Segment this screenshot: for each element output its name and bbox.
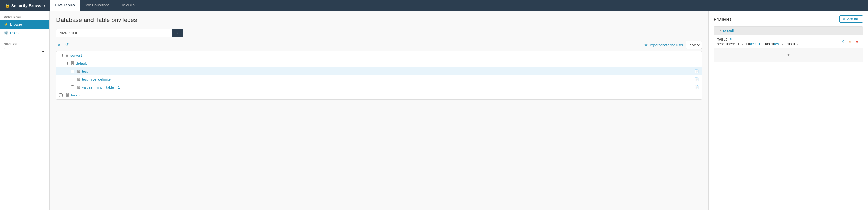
impersonate-label: Impersonate the user	[649, 43, 683, 47]
sidebar-item-browse[interactable]: ⚡ Browse	[0, 20, 49, 29]
toolbar-left: ✳ ↺	[56, 42, 70, 48]
group-dropdown[interactable]	[4, 48, 45, 55]
server-icon: ⊟	[65, 53, 69, 58]
panel-title: Privileges	[714, 17, 732, 22]
tab-file-acls[interactable]: File ACLs	[115, 0, 140, 11]
test-hive-delimiter-label[interactable]: test_hive_delimiter	[82, 77, 693, 81]
checkbox-test[interactable]	[71, 70, 74, 73]
top-nav: 🔒 Security Browser Hive Tables Solr Coll…	[0, 0, 868, 11]
role-header-testall[interactable]: 🛡 testall	[714, 27, 863, 35]
priv-delete-button[interactable]: ✕	[855, 39, 860, 44]
sidebar-divider	[0, 39, 49, 39]
privilege-actions: ✈ ✏ ✕	[841, 39, 860, 44]
checkbox-fayson[interactable]	[59, 94, 63, 97]
add-privilege-button[interactable]: +	[786, 51, 791, 59]
toolbar-row: ✳ ↺ 👁 Impersonate the user hive	[56, 41, 702, 49]
table-icon: ⊞	[77, 85, 80, 89]
external-link-icon: ↗	[176, 31, 179, 35]
refresh-icon: ↺	[65, 43, 69, 47]
table-row: ⊞ test 📄	[56, 67, 702, 75]
tab-solr-collections[interactable]: Solr Collections	[80, 0, 115, 11]
table-row: ⊟ server1	[56, 51, 702, 59]
privilege-type-label: TABLE	[717, 38, 727, 41]
table-row: ⊞ values__tmp__table__1 📄	[56, 83, 702, 91]
nav-tabs: Hive Tables Solr Collections File ACLs	[50, 0, 140, 11]
role-item-testall: 🛡 testall TABLE ↗ server=server1 → db=de…	[714, 26, 863, 62]
toolbar-right: 👁 Impersonate the user hive	[644, 41, 702, 49]
file-action-hive-delimiter[interactable]: 📄	[694, 77, 699, 81]
db-icon-fayson: 🗄	[65, 93, 69, 97]
impersonate-link[interactable]: 👁 Impersonate the user	[644, 43, 683, 47]
priv-detail-text2: → table=	[760, 42, 774, 46]
group-dropdown-wrapper	[0, 47, 49, 56]
privilege-type-link[interactable]: ↗	[729, 38, 732, 41]
tab-hive-tables[interactable]: Hive Tables	[50, 0, 80, 11]
groups-section-label: GROUPS	[0, 41, 49, 47]
browse-icon: ⚡	[4, 22, 8, 26]
privilege-row: TABLE ↗ server=server1 → db=default → ta…	[714, 35, 863, 48]
hive-select[interactable]: hive	[688, 43, 701, 47]
role-name-testall: testall	[723, 29, 734, 33]
page-title: Database and Table privileges	[56, 16, 702, 24]
test-label[interactable]: test	[82, 69, 693, 73]
priv-detail-test: test	[774, 42, 779, 46]
table-row: ⊞ test_hive_delimiter 📄	[56, 75, 702, 83]
search-input[interactable]	[56, 29, 172, 37]
brand: 🔒 Security Browser	[0, 0, 50, 11]
fayson-label[interactable]: fayson	[71, 93, 699, 97]
search-row: ↗	[56, 29, 702, 37]
add-role-button[interactable]: ⊕ Add role	[839, 15, 863, 23]
main-layout: PRIVILEGES ⚡ Browse ⚙️ Roles GROUPS Data…	[0, 11, 868, 210]
privilege-type: TABLE ↗	[717, 38, 841, 41]
table-row: 🗄 fayson	[56, 91, 702, 99]
server1-label[interactable]: server1	[70, 53, 699, 58]
hive-select-wrapper: hive	[686, 41, 702, 49]
priv-send-button[interactable]: ✈	[841, 39, 846, 44]
sidebar-roles-label: Roles	[10, 31, 19, 35]
privilege-row-inner: TABLE ↗ server=server1 → db=default → ta…	[717, 38, 860, 46]
table-icon: ⊞	[77, 77, 80, 81]
pin-icon: ✳	[57, 43, 61, 47]
file-action-test[interactable]: 📄	[694, 69, 699, 73]
lock-icon: 🔒	[5, 3, 10, 8]
priv-detail-text1: server=server1 → db=	[717, 42, 750, 46]
privilege-detail: server=server1 → db=default → table=test…	[717, 42, 841, 46]
db-icon: 🗄	[70, 61, 74, 65]
sidebar: PRIVILEGES ⚡ Browse ⚙️ Roles GROUPS	[0, 11, 50, 210]
pin-button[interactable]: ✳	[56, 42, 62, 48]
checkbox-server1[interactable]	[59, 54, 63, 57]
eye-icon: 👁	[644, 43, 648, 47]
roles-icon: ⚙️	[4, 31, 8, 35]
values-tmp-label[interactable]: values__tmp__table__1	[82, 85, 693, 89]
priv-detail-text3: → action=ALL	[779, 42, 801, 46]
search-button[interactable]: ↗	[172, 29, 183, 37]
priv-edit-button[interactable]: ✏	[848, 39, 853, 44]
refresh-button[interactable]: ↺	[64, 42, 70, 48]
privileges-section-label: PRIVILEGES	[0, 14, 49, 20]
shield-icon: 🛡	[717, 29, 721, 33]
checkbox-values-tmp[interactable]	[71, 85, 74, 89]
tree-table: ⊟ server1 🗄 default ⊞ test 📄 ⊞ test_hive…	[56, 51, 702, 100]
add-role-label: Add role	[847, 17, 860, 21]
add-privilege-row: +	[714, 48, 863, 62]
table-icon: ⊞	[77, 69, 80, 73]
table-row: 🗄 default	[56, 59, 702, 67]
checkbox-default[interactable]	[64, 62, 68, 65]
add-role-plus-icon: ⊕	[843, 17, 846, 21]
sidebar-item-roles[interactable]: ⚙️ Roles	[0, 29, 49, 37]
right-panel: Privileges ⊕ Add role 🛡 testall TABLE ↗	[709, 11, 868, 210]
panel-header: Privileges ⊕ Add role	[714, 15, 863, 23]
sidebar-browse-label: Browse	[10, 22, 22, 26]
content-area: Database and Table privileges ↗ ✳ ↺ 👁	[50, 11, 709, 210]
brand-label: Security Browser	[11, 3, 45, 8]
priv-detail-default: default	[750, 42, 760, 46]
default-label[interactable]: default	[76, 61, 699, 65]
file-action-values-tmp[interactable]: 📄	[694, 85, 699, 89]
checkbox-test-hive-delimiter[interactable]	[71, 77, 74, 81]
